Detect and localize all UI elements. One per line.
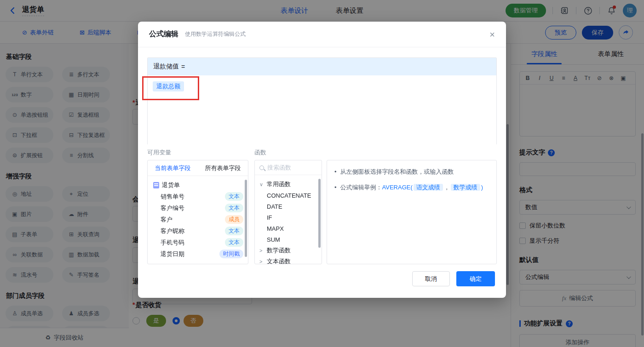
field-type-badge: 时间戳 bbox=[219, 250, 243, 258]
tab-current-form-fields[interactable]: 当前表单字段 bbox=[155, 164, 191, 172]
variable-field-row[interactable]: 退货日期时间戳 bbox=[148, 248, 248, 260]
variable-field-row[interactable]: 客户编号文本 bbox=[148, 202, 248, 214]
functions-panel: ∨ 常用函数 CONCATENATE DATE IF MAPX SUM > 数学… bbox=[254, 160, 322, 264]
caret-expanded-icon: ∨ bbox=[259, 182, 264, 188]
formula-target-bar: 退款储值 = bbox=[148, 58, 496, 75]
function-item[interactable]: IF bbox=[255, 212, 322, 223]
caret-collapsed-icon: > bbox=[259, 259, 264, 264]
formula-target: 退款储值 bbox=[153, 63, 179, 71]
function-group-math[interactable]: > 数学函数 bbox=[255, 245, 322, 256]
help-bullet: • 从左侧面板选择字段名和函数，或输入函数 bbox=[334, 167, 489, 177]
help-panel: • 从左侧面板选择字段名和函数，或输入函数 • 公式编辑举例：AVERAGE(语… bbox=[327, 160, 497, 264]
example-arg-tag: 数学成绩 bbox=[451, 184, 480, 191]
variable-field-row[interactable]: 客户成员 bbox=[148, 214, 248, 225]
help-bullet-example: • 公式编辑举例：AVERAGE(语文成绩，数学成绩) bbox=[334, 183, 489, 193]
example-arg-tag: 语文成绩 bbox=[414, 184, 443, 191]
field-type-badge: 文本 bbox=[225, 227, 243, 235]
field-type-badge: 文本 bbox=[225, 238, 243, 247]
variables-panel: 当前表单字段 所有表单字段 退货单 销售单号文本 客户编号文本 客户成员 客户昵… bbox=[147, 160, 248, 264]
function-item[interactable]: MAPX bbox=[255, 223, 322, 234]
tab-all-form-fields[interactable]: 所有表单字段 bbox=[205, 164, 241, 172]
modal-subtitle: 使用数学运算符编辑公式 bbox=[185, 30, 246, 38]
functions-label: 函数 bbox=[254, 148, 266, 157]
function-group-text[interactable]: > 文本函数 bbox=[255, 256, 322, 264]
field-type-badge: 文本 bbox=[225, 192, 243, 201]
function-group-common[interactable]: ∨ 常用函数 bbox=[255, 179, 322, 190]
variable-field-row[interactable]: 客户昵称文本 bbox=[148, 225, 248, 237]
example-function: AVERAGE( bbox=[382, 184, 413, 191]
function-item[interactable]: SUM bbox=[255, 234, 322, 245]
caret-collapsed-icon: > bbox=[259, 248, 264, 253]
function-item[interactable]: DATE bbox=[255, 201, 322, 212]
equals-sign: = bbox=[181, 63, 185, 70]
close-icon[interactable]: × bbox=[489, 30, 495, 39]
formula-editor-modal: 公式编辑 使用数学运算符编辑公式 × 退款储值 = 退款总额 可用变量 函数 当… bbox=[138, 22, 506, 298]
variable-field-row[interactable]: 手机号码文本 bbox=[148, 237, 248, 248]
variables-scrollbar[interactable] bbox=[245, 180, 247, 257]
formula-input-area[interactable]: 退款总额 bbox=[148, 75, 496, 145]
function-search-input[interactable] bbox=[267, 164, 313, 171]
form-tree-node[interactable]: 退货单 bbox=[148, 179, 248, 191]
confirm-button[interactable]: 确定 bbox=[456, 271, 495, 286]
function-search[interactable] bbox=[255, 160, 322, 175]
function-item[interactable]: CONCATENATE bbox=[255, 190, 322, 201]
form-doc-icon bbox=[153, 182, 159, 188]
variable-field-row[interactable]: 销售单号文本 bbox=[148, 191, 248, 202]
field-type-badge: 文本 bbox=[225, 204, 243, 212]
cancel-button[interactable]: 取消 bbox=[412, 271, 450, 286]
formula-editor[interactable]: 退款储值 = 退款总额 bbox=[147, 57, 497, 145]
functions-scrollbar[interactable] bbox=[318, 179, 321, 248]
field-type-badge: 成员 bbox=[225, 215, 243, 224]
search-icon bbox=[259, 165, 264, 170]
variables-label: 可用变量 bbox=[147, 149, 171, 156]
modal-title: 公式编辑 bbox=[149, 29, 178, 39]
formula-variable-tag[interactable]: 退款总额 bbox=[153, 81, 184, 91]
